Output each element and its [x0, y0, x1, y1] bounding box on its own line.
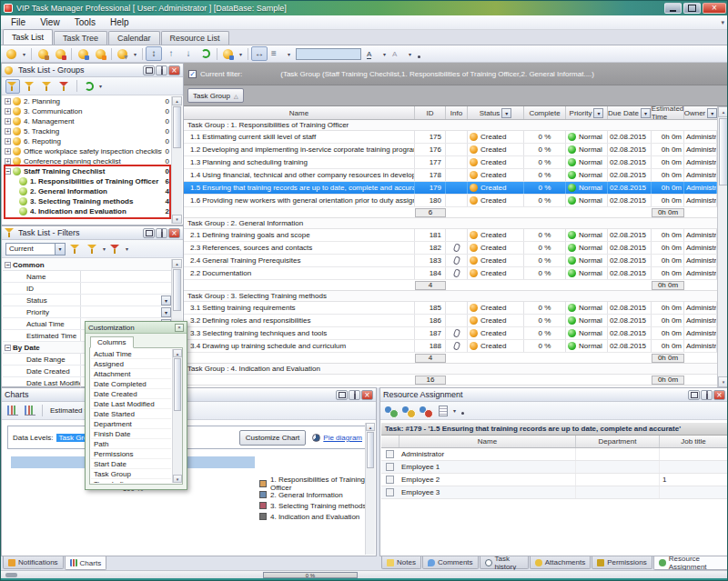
table-row[interactable]: 1.4 Using financial, technical and other…	[184, 169, 717, 182]
column-status[interactable]: Status	[468, 106, 524, 119]
filter-section-common[interactable]: Common	[3, 259, 171, 271]
collapse-icon[interactable]	[5, 345, 11, 351]
customize-chart-button[interactable]: Customize Chart	[239, 430, 307, 446]
table-row[interactable]: 3.4 Drawing up training schedule and cur…	[184, 340, 717, 353]
expand-rows-button[interactable]	[146, 46, 162, 61]
toolbar-overflow-icon[interactable]	[461, 412, 464, 415]
table-row[interactable]: 3.2 Defining roles and responsibilities1…	[184, 315, 717, 327]
group-header[interactable]: Task Group : 3. Selecting Training metho…	[184, 291, 717, 302]
table-row[interactable]: 2.2 Documentation184Created0 %Normal02.0…	[184, 267, 717, 280]
clear-filter-button[interactable]	[108, 242, 123, 256]
edit-filter-button[interactable]	[86, 242, 100, 256]
filter-row-name[interactable]: Name	[3, 271, 171, 283]
close-icon[interactable]	[175, 324, 184, 332]
minimize-button[interactable]	[664, 3, 682, 14]
table-row[interactable]: 1.1 Estimating current skill level of st…	[184, 131, 717, 144]
column-list-item[interactable]: Date Started	[91, 409, 171, 419]
filter-preset-select[interactable]: Current	[5, 243, 66, 255]
filter-value[interactable]	[81, 271, 171, 282]
scroll-down-icon[interactable]: ▾	[718, 376, 728, 387]
tree-item-planning[interactable]: 2. Planning0	[3, 96, 171, 106]
scroll-thumb[interactable]	[174, 358, 181, 411]
tree-item-indication-evaluation[interactable]: 4. Indication and Evaluation2	[3, 206, 171, 216]
filter-options-icon[interactable]	[103, 245, 106, 252]
pie-diagram-link[interactable]: Pie diagram	[312, 434, 362, 442]
menubar-options-icon[interactable]	[721, 19, 724, 26]
scroll-thumb[interactable]	[173, 106, 181, 148]
filter-row-status[interactable]: Status	[3, 295, 171, 306]
assign-resource-button[interactable]	[384, 404, 399, 418]
find-button[interactable]	[364, 46, 389, 61]
column-list-item[interactable]: Date Created	[91, 389, 171, 399]
edit-resource-button[interactable]	[401, 404, 416, 418]
column-list-item[interactable]: Start Date	[91, 459, 171, 469]
panel-pin-button[interactable]	[156, 65, 167, 75]
collapse-icon[interactable]	[5, 262, 11, 268]
resource-column-job-title[interactable]: Job title	[660, 436, 727, 447]
tab-charts[interactable]: Charts	[65, 556, 107, 570]
scroll-thumb[interactable]	[173, 269, 181, 311]
tab-calendar[interactable]: Calendar	[108, 31, 160, 45]
expand-icon[interactable]	[5, 158, 11, 165]
groups-toolbar-options-icon[interactable]	[99, 83, 102, 89]
table-row[interactable]: 1.6 Providing new workers with general o…	[184, 195, 717, 207]
panel-close-button[interactable]	[168, 228, 180, 238]
duplicate-task-button[interactable]	[75, 46, 91, 61]
find-options-button[interactable]	[389, 46, 414, 61]
tab-attachments[interactable]: Attachments	[530, 556, 591, 569]
menu-file[interactable]: File	[4, 15, 33, 29]
table-row-selected[interactable]: 1.5 Ensuring that training records are u…	[184, 182, 717, 195]
scroll-up-icon[interactable]	[172, 259, 182, 268]
resource-row[interactable]: Employee 1	[381, 461, 727, 474]
complete-task-button[interactable]	[220, 46, 245, 61]
tab-notifications[interactable]: Notifications	[3, 556, 64, 569]
group-filter-edit-button[interactable]	[40, 79, 55, 94]
tree-item-office-safety[interactable]: Office workplace safety inspection check…	[3, 146, 171, 156]
panel-pin-button[interactable]	[701, 390, 713, 400]
panel-window-button[interactable]	[336, 390, 348, 400]
column-id[interactable]: ID	[415, 106, 446, 119]
expand-icon[interactable]	[5, 148, 11, 155]
tab-resource-list[interactable]: Resource List	[161, 31, 229, 45]
new-task-button[interactable]	[4, 46, 28, 61]
column-owner[interactable]: Owner	[684, 106, 717, 119]
table-row[interactable]: 2.3 References, sources and contacts182C…	[184, 242, 717, 255]
resource-row[interactable]: Employee 3	[381, 486, 727, 499]
column-info[interactable]: Info	[446, 106, 468, 119]
groups-refresh-button[interactable]	[82, 79, 96, 94]
filter-value[interactable]	[81, 295, 171, 306]
chart-print-button[interactable]	[23, 404, 37, 418]
scroll-up-icon[interactable]: ▴	[718, 106, 728, 117]
column-list-button[interactable]	[268, 46, 293, 61]
refresh-button[interactable]	[197, 46, 214, 61]
group-header[interactable]: Task Group : 1. Responsibilities of Trai…	[184, 120, 717, 131]
tree-item-tracking[interactable]: 5. Tracking0	[3, 126, 171, 136]
column-name[interactable]: Name	[184, 106, 415, 119]
column-due-date[interactable]: Due Date	[608, 106, 652, 119]
resource-toolbar-options-icon[interactable]	[453, 407, 456, 414]
scroll-up-icon[interactable]: ▴	[173, 349, 182, 357]
apply-filter-button[interactable]	[68, 242, 83, 256]
group-filter-button[interactable]	[23, 79, 37, 94]
table-row[interactable]: 1.2 Developing and implementing in-servi…	[184, 144, 717, 156]
filter-dropdown-icon[interactable]	[641, 108, 651, 118]
resource-list-button[interactable]	[436, 404, 450, 418]
table-row[interactable]: 1.3 Planning and scheduling training177C…	[184, 156, 717, 169]
column-list-item[interactable]: Finish Date	[91, 429, 171, 439]
panel-close-button[interactable]	[361, 390, 373, 400]
group-filter-all-button[interactable]	[5, 79, 20, 94]
tree-item-staff-training[interactable]: Staff Training Chechlist0	[3, 166, 171, 176]
toolbar-overflow-icon[interactable]	[418, 55, 420, 58]
column-estimated-time[interactable]: Estimated Time	[652, 106, 684, 119]
panel-window-button[interactable]	[143, 65, 155, 75]
panel-close-button[interactable]	[713, 390, 725, 400]
tab-comments[interactable]: Comments	[422, 556, 479, 569]
tab-task-tree[interactable]: Task Tree	[54, 31, 107, 45]
tab-task-history[interactable]: Task history	[480, 556, 529, 569]
column-list-item[interactable]: Department	[91, 419, 171, 429]
tab-task-list[interactable]: Task List	[3, 29, 53, 45]
group-filter-clear-button[interactable]	[57, 79, 72, 94]
resource-column-name[interactable]: Name	[399, 436, 576, 447]
filter-dropdown-icon[interactable]	[593, 108, 603, 118]
filters-toolbar-options-icon[interactable]	[126, 245, 128, 252]
